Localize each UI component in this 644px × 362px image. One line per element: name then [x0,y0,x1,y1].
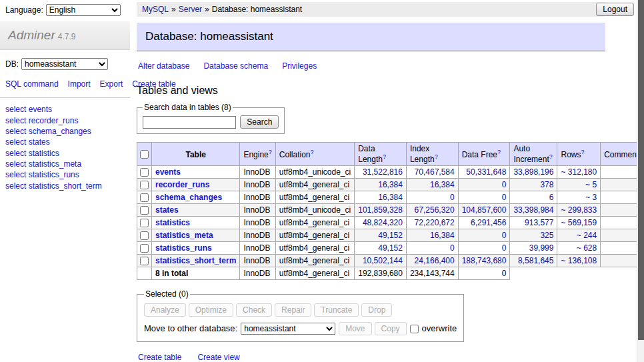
copy-button[interactable]: Copy [375,322,407,335]
auto-increment-link[interactable]: 913,577 [525,218,553,227]
overwrite-label[interactable]: overwrite [422,323,457,333]
auto-increment-link[interactable]: 378 [540,180,553,189]
table-name-link[interactable]: states [155,205,179,215]
overwrite-checkbox[interactable] [410,325,419,333]
row-checkbox[interactable] [140,193,149,202]
table-name-link[interactable]: statistics [29,149,59,158]
sidebar-link-sql-command[interactable]: SQL command [5,79,59,89]
sidebar-link-export[interactable]: Export [100,79,123,89]
truncate-button[interactable]: Truncate [314,303,359,317]
db-select[interactable]: homeassistant [21,58,108,70]
rows-link[interactable]: ~ 312,180 [561,167,597,177]
row-checkbox[interactable] [140,244,149,253]
rows-link[interactable]: ~ 3 [585,193,597,202]
data-free-link[interactable]: 104,857,600 [462,205,507,215]
rows-link[interactable]: ~ 299,833 [561,205,597,215]
table-name-link[interactable]: schema_changes [155,193,222,202]
search-button[interactable]: Search [240,115,279,129]
index-length-link[interactable]: 0 [450,193,455,202]
row-checkbox[interactable] [140,257,149,265]
privileges-link[interactable]: Privileges [282,61,317,71]
select-link[interactable]: select [5,127,26,136]
select-link[interactable]: select [5,170,26,179]
table-name-link[interactable]: schema_changes [29,127,91,136]
select-link[interactable]: select [5,159,26,169]
scrollbar-thumb[interactable] [638,0,644,340]
data-length-link[interactable]: 49,152 [378,243,403,253]
table-name-link[interactable]: events [155,167,181,177]
column-help-link[interactable]: ? [435,153,438,160]
table-name-link[interactable]: recorder_runs [29,116,79,125]
sidebar-link-create-table[interactable]: Create table [132,79,175,89]
table-name-link[interactable]: events [29,105,52,114]
column-help-link[interactable]: ? [269,149,272,155]
sidebar-link-import[interactable]: Import [68,79,91,89]
auto-increment-link[interactable]: 8,581,645 [518,256,553,265]
database-schema-link[interactable]: Database schema [203,61,268,71]
vertical-scrollbar[interactable] [637,0,644,362]
row-checkbox[interactable] [140,181,149,189]
auto-increment-link[interactable]: 33,898,196 [513,167,553,177]
column-help-link[interactable]: ? [383,153,386,160]
auto-increment-link[interactable]: 325 [540,231,553,240]
index-length-link[interactable]: 16,384 [430,231,455,240]
column-help-link[interactable]: ? [549,153,553,160]
select-link[interactable]: select [5,116,26,125]
table-name-link[interactable]: statistics_short_term [29,181,102,191]
index-length-link[interactable]: 67,256,320 [415,205,455,215]
analyze-button[interactable]: Analyze [144,303,186,317]
select-link[interactable]: select [5,105,26,114]
check-button[interactable]: Check [236,303,272,317]
language-select[interactable]: English [46,4,121,16]
logout-button[interactable]: Logout [596,3,634,16]
data-free-link[interactable]: 50,331,648 [466,167,506,177]
data-free-link[interactable]: 188,743,680 [462,256,507,265]
search-input[interactable] [143,116,236,129]
alter-database-link[interactable]: Alter database [138,61,189,71]
table-name-link[interactable]: statistics_meta [29,159,81,169]
row-checkbox[interactable] [140,231,149,240]
data-free-link[interactable]: 0 [502,243,507,253]
data-length-link[interactable]: 16,384 [378,180,403,189]
table-name-link[interactable]: recorder_runs [155,180,209,189]
index-length-link[interactable]: 16,384 [430,180,455,189]
rows-link[interactable]: ~ 136,108 [561,256,597,265]
index-length-link[interactable]: 70,467,584 [415,167,455,177]
table-name-link[interactable]: statistics_meta [155,231,213,240]
data-free-link[interactable]: 0 [502,193,507,202]
table-name-link[interactable]: states [29,137,50,147]
auto-increment-link[interactable]: 33,398,984 [513,205,553,215]
rows-link[interactable]: ~ 569,159 [561,218,597,227]
data-length-link[interactable]: 48,824,320 [363,218,403,227]
column-help-link[interactable]: ? [497,149,501,155]
table-name-link[interactable]: statistics_runs [29,170,79,179]
row-checkbox[interactable] [140,168,149,177]
data-free-link[interactable]: 0 [502,231,507,240]
rows-link[interactable]: ~ 628 [577,243,597,253]
column-help-link[interactable]: ? [310,149,313,155]
data-length-link[interactable]: 16,384 [378,193,403,202]
table-name-link[interactable]: statistics [155,218,190,227]
drop-button[interactable]: Drop [361,303,392,317]
index-length-link[interactable]: 72,220,672 [415,218,455,227]
auto-increment-link[interactable]: 6 [549,193,554,202]
row-checkbox[interactable] [140,219,149,227]
create-table-link[interactable]: Create table [138,353,181,362]
breadcrumb-link-mysql[interactable]: MySQL [142,5,169,14]
breadcrumb-link-server[interactable]: Server [179,5,202,14]
optimize-button[interactable]: Optimize [189,303,233,317]
rows-link[interactable]: ~ 5 [585,180,597,189]
auto-increment-link[interactable]: 39,999 [529,243,554,253]
data-free-link[interactable]: 6,291,456 [471,218,506,227]
select-link[interactable]: select [5,181,26,191]
row-checkbox[interactable] [140,206,149,215]
select-link[interactable]: select [5,137,26,147]
rows-link[interactable]: ~ 244 [577,231,597,240]
data-length-link[interactable]: 49,152 [378,231,403,240]
data-length-link[interactable]: 101,859,328 [358,205,403,215]
table-name-link[interactable]: statistics_runs [155,243,212,253]
index-length-link[interactable]: 0 [450,243,455,253]
move-database-select[interactable]: homeassistant [241,323,335,335]
select-all-checkbox[interactable] [140,150,149,159]
table-name-link[interactable]: statistics_short_term [155,256,236,265]
